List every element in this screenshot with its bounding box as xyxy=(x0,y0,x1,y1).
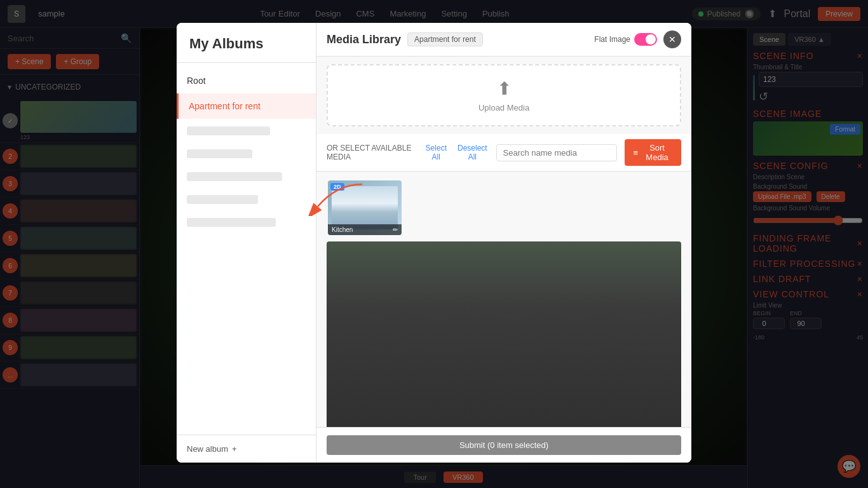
media-items-container: 2D Kitchen ✏ xyxy=(327,179,681,236)
edit-media-icon[interactable]: ✏ xyxy=(393,226,398,233)
media-2d-badge: 2D xyxy=(330,183,344,191)
media-panel: Media Library Apartment for rent Flat Im… xyxy=(316,23,691,463)
albums-panel: My Albums Root Apartment for rent New al… xyxy=(177,23,316,463)
sort-media-button[interactable]: ≡ Sort Media xyxy=(625,139,681,166)
media-label-kitchen: Kitchen ✏ xyxy=(328,224,402,235)
album-list: Root Apartment for rent xyxy=(177,63,316,435)
flat-image-toggle: Flat Image xyxy=(594,33,657,46)
modal-footer: Submit (0 item selected) xyxy=(316,427,691,463)
plus-icon: + xyxy=(232,444,237,454)
close-modal-button[interactable]: ✕ xyxy=(663,30,681,48)
media-dark-area xyxy=(327,241,681,427)
sort-icon: ≡ xyxy=(634,148,639,158)
album-item-root[interactable]: Root xyxy=(177,68,316,93)
albums-title: My Albums xyxy=(177,23,316,63)
or-select-label: OR SELECT AVAILABLE MEDIA xyxy=(327,144,416,161)
album-badge: Apartment for rent xyxy=(407,32,483,46)
deselect-all-button[interactable]: Deselect All xyxy=(456,144,488,161)
upload-text: Upload Media xyxy=(478,103,529,112)
search-media-input[interactable] xyxy=(496,144,617,161)
submit-button[interactable]: Submit (0 item selected) xyxy=(327,435,681,455)
select-all-button[interactable]: Select All xyxy=(423,144,449,161)
album-item-apartment[interactable]: Apartment for rent xyxy=(177,93,316,119)
media-item-kitchen[interactable]: 2D Kitchen ✏ xyxy=(327,179,403,236)
media-filter-bar: OR SELECT AVAILABLE MEDIA Select All Des… xyxy=(316,134,691,172)
flat-image-label: Flat Image xyxy=(594,35,630,44)
flat-image-switch[interactable] xyxy=(634,33,657,46)
upload-icon: ⬆ xyxy=(497,78,512,99)
upload-area[interactable]: ⬆ Upload Media xyxy=(327,64,681,126)
media-grid: 2D Kitchen ✏ xyxy=(316,172,691,427)
media-library-modal: My Albums Root Apartment for rent New al… xyxy=(177,23,691,463)
media-header: Media Library Apartment for rent Flat Im… xyxy=(316,23,691,57)
new-album-button[interactable]: New album + xyxy=(177,435,316,463)
media-library-title: Media Library xyxy=(327,33,401,46)
